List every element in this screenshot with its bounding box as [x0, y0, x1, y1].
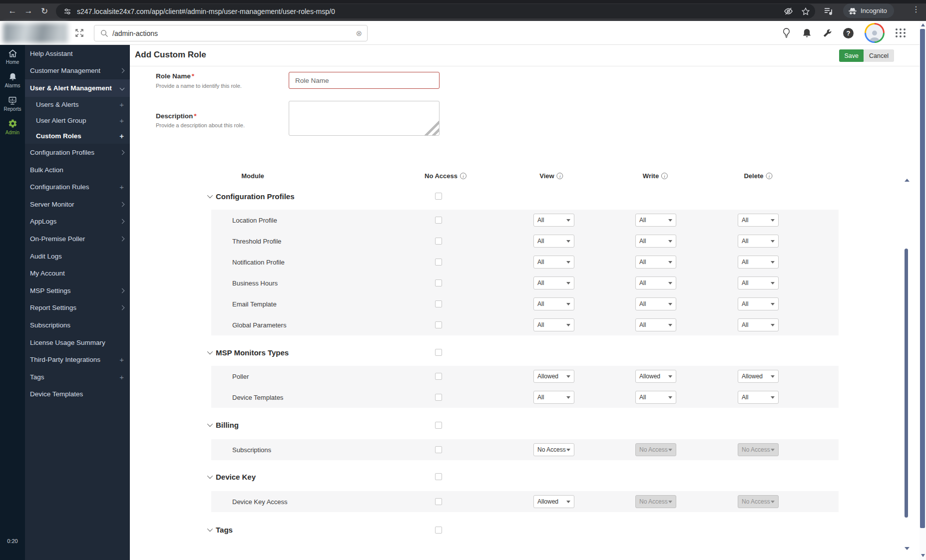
info-icon[interactable]: i — [661, 173, 668, 179]
view-access-select[interactable]: All — [533, 297, 574, 310]
no-access-checkbox[interactable] — [435, 217, 442, 224]
admin-tools-wrench-icon[interactable] — [823, 28, 832, 38]
browser-menu-icon[interactable]: ⋮ — [912, 4, 920, 14]
sidebar-item-configuration-profiles[interactable]: Configuration Profiles — [25, 144, 130, 161]
sidebar-item-on-premise-poller[interactable]: On-Premise Poller — [25, 230, 130, 248]
save-button[interactable]: Save — [839, 49, 865, 62]
rail-item-admin[interactable]: Admin — [0, 115, 25, 139]
section-no-access-checkbox[interactable] — [435, 527, 442, 534]
write-access-select[interactable]: All — [635, 277, 676, 289]
write-access-select[interactable]: All — [635, 297, 676, 310]
content-scroll-down-arrow[interactable] — [905, 547, 910, 550]
write-access-select[interactable]: All — [635, 318, 676, 331]
window-scrollbar-thumb[interactable] — [920, 29, 925, 528]
no-access-checkbox[interactable] — [435, 300, 442, 307]
sidebar-item-third-party-integrations[interactable]: Third-Party Integrations+ — [25, 351, 130, 368]
view-access-select[interactable]: No Access — [533, 443, 574, 456]
collapse-chevron-icon[interactable] — [207, 193, 213, 198]
cancel-button[interactable]: Cancel — [864, 49, 894, 62]
browser-reload-button[interactable]: ↻ — [38, 4, 51, 17]
collapse-chevron-icon[interactable] — [207, 421, 213, 427]
sidebar-item-my-account[interactable]: My Account — [25, 265, 130, 282]
write-access-select[interactable]: All — [635, 256, 676, 269]
search-input[interactable] — [112, 29, 356, 37]
fullscreen-expand-icon[interactable] — [74, 27, 85, 38]
rail-item-home[interactable]: Home — [0, 45, 25, 68]
section-billing[interactable]: Billing — [207, 418, 239, 431]
no-access-checkbox[interactable] — [435, 259, 442, 266]
eye-slash-icon[interactable] — [784, 6, 793, 16]
section-msp-monitors-types[interactable]: MSP Monitors Types — [207, 346, 289, 359]
no-access-checkbox[interactable] — [435, 280, 442, 286]
view-access-select[interactable]: All — [533, 318, 574, 331]
rail-item-alarms[interactable]: Alarms — [0, 68, 25, 92]
window-scroll-down-arrow[interactable] — [921, 554, 925, 557]
no-access-checkbox[interactable] — [435, 498, 442, 505]
sidebar-item-help-assistant[interactable]: Help Assistant — [25, 45, 130, 62]
clear-search-icon[interactable]: ⊗ — [356, 29, 362, 37]
section-configuration-profiles[interactable]: Configuration Profiles — [207, 190, 295, 203]
sidebar-item-tags[interactable]: Tags+ — [25, 368, 130, 386]
write-access-select[interactable]: Allowed — [635, 370, 676, 383]
write-access-select[interactable]: All — [635, 235, 676, 248]
bookmark-star-icon[interactable] — [801, 7, 810, 16]
delete-access-select[interactable]: All — [738, 235, 779, 248]
sidebar-item-customer-management[interactable]: Customer Management — [25, 62, 130, 80]
no-access-checkbox[interactable] — [435, 238, 442, 245]
info-icon[interactable]: i — [557, 173, 563, 179]
sidebar-item-report-settings[interactable]: Report Settings — [25, 299, 130, 317]
collapse-chevron-icon[interactable] — [207, 473, 213, 479]
sidebar-item-msp-settings[interactable]: MSP Settings — [25, 282, 130, 299]
collapse-chevron-icon[interactable] — [207, 349, 213, 354]
window-scroll-up-arrow[interactable] — [921, 23, 925, 26]
sidebar-item-server-monitor[interactable]: Server Monitor — [25, 196, 130, 213]
view-access-select[interactable]: All — [533, 391, 574, 404]
section-no-access-checkbox[interactable] — [435, 422, 442, 429]
delete-access-select[interactable]: All — [738, 297, 779, 310]
delete-access-select[interactable]: All — [738, 318, 779, 331]
browser-back-button[interactable]: ← — [6, 4, 19, 17]
view-access-select[interactable]: Allowed — [533, 495, 574, 508]
browser-forward-button[interactable]: → — [22, 4, 35, 17]
sidebar-item-users-alerts[interactable]: Users & Alerts+ — [25, 97, 130, 113]
description-textarea[interactable] — [289, 101, 440, 136]
sidebar-item-device-templates[interactable]: Device Templates — [25, 386, 130, 403]
section-no-access-checkbox[interactable] — [435, 473, 442, 480]
sidebar-item-license-usage-summary[interactable]: License Usage Summary — [25, 334, 130, 351]
sidebar-item-subscriptions[interactable]: Subscriptions — [25, 316, 130, 334]
section-device-key[interactable]: Device Key — [207, 470, 256, 483]
no-access-checkbox[interactable] — [435, 321, 442, 328]
rail-item-reports[interactable]: Reports — [0, 92, 25, 115]
view-access-select[interactable]: All — [533, 235, 574, 248]
notifications-bell-icon[interactable] — [802, 28, 812, 38]
info-icon[interactable]: i — [766, 173, 773, 179]
avatar[interactable] — [865, 23, 885, 43]
delete-access-select[interactable]: All — [738, 391, 779, 404]
section-no-access-checkbox[interactable] — [435, 193, 442, 200]
section-tags[interactable]: Tags — [207, 523, 233, 536]
sidebar-item-applogs[interactable]: AppLogs — [25, 213, 130, 231]
sidebar-item-bulk-action[interactable]: Bulk Action — [25, 161, 130, 179]
content-scroll-up-arrow[interactable] — [905, 179, 910, 182]
no-access-checkbox[interactable] — [435, 373, 442, 380]
view-access-select[interactable]: All — [533, 256, 574, 269]
delete-access-select[interactable]: Allowed — [738, 370, 779, 383]
site-settings-icon[interactable] — [63, 7, 72, 16]
view-access-select[interactable]: All — [533, 214, 574, 227]
sidebar-item-audit-logs[interactable]: Audit Logs — [25, 248, 130, 265]
role-name-input[interactable] — [289, 72, 440, 89]
delete-access-select[interactable]: All — [738, 256, 779, 269]
view-access-select[interactable]: All — [533, 277, 574, 289]
write-access-select[interactable]: All — [635, 391, 676, 404]
section-no-access-checkbox[interactable] — [435, 349, 442, 356]
sidebar-item-configuration-rules[interactable]: Configuration Rules+ — [25, 178, 130, 196]
whats-new-bulb-icon[interactable] — [782, 27, 791, 38]
apps-grid-icon[interactable] — [896, 28, 906, 37]
no-access-checkbox[interactable] — [435, 394, 442, 401]
write-access-select[interactable]: All — [635, 214, 676, 227]
media-controls-icon[interactable] — [822, 4, 835, 17]
collapse-chevron-icon[interactable] — [207, 526, 213, 532]
delete-access-select[interactable]: All — [738, 214, 779, 227]
address-bar[interactable]: s247.localsite24x7.com/app/client#/admin… — [56, 4, 815, 18]
sidebar-item-user-alert-group[interactable]: User Alert Group+ — [25, 112, 130, 128]
